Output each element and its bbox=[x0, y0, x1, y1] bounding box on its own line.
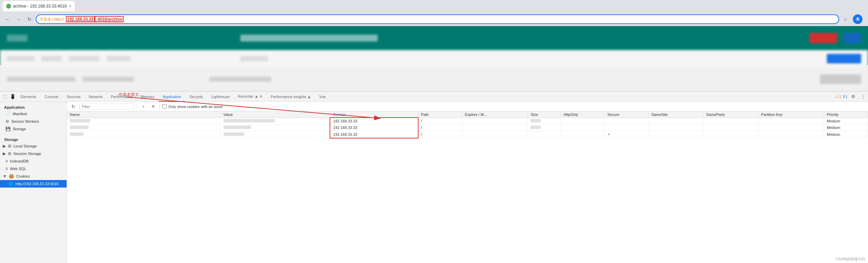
browser-tab[interactable]: archive - 192.168.33.33:4016 × bbox=[3, 1, 75, 11]
profile-btn[interactable]: 木 bbox=[853, 14, 863, 24]
settings-btn[interactable]: ⚙ bbox=[849, 93, 857, 100]
th-value[interactable]: Value bbox=[220, 111, 330, 118]
tab-recorder[interactable]: Recorder ▲ × bbox=[234, 92, 266, 102]
address-bar[interactable]: 不安全 | http:// 192.168.33.33:4016/archive bbox=[36, 14, 839, 24]
sidebar-item-cookies-url[interactable]: 🌐 http://192.168.33.33:4016 bbox=[0, 180, 67, 188]
td-secure-0 bbox=[605, 118, 649, 124]
th-expires[interactable]: Expires / M... bbox=[462, 111, 528, 118]
th-priority[interactable]: Priority bbox=[824, 111, 868, 118]
td-httponly-1 bbox=[561, 124, 605, 131]
tab-lighthouse[interactable]: Lighthouse bbox=[207, 92, 234, 102]
tab-performance[interactable]: Performance bbox=[107, 92, 137, 102]
bookmark-btn[interactable]: ☆ bbox=[841, 14, 850, 24]
forward-btn[interactable]: → bbox=[14, 14, 23, 24]
table-row[interactable]: 192.168.33.33 / Medi bbox=[67, 118, 868, 124]
blurred-size-0 bbox=[530, 119, 541, 122]
td-value-1 bbox=[220, 124, 330, 131]
back-btn[interactable]: ← bbox=[3, 14, 12, 24]
table-row[interactable]: 192.168.33.33 / Medi bbox=[67, 124, 868, 131]
storage-label: Storage bbox=[13, 127, 26, 131]
website-overlay bbox=[0, 26, 868, 91]
sidebar-item-manifest[interactable]: 📄 Manifest bbox=[0, 110, 67, 118]
td-path-1: / bbox=[418, 124, 462, 131]
th-secure[interactable]: Secure bbox=[605, 111, 649, 118]
tab-network[interactable]: Network bbox=[85, 92, 107, 102]
more-btn[interactable]: ⋮ bbox=[859, 93, 867, 100]
storage-section-label: Storage bbox=[0, 135, 67, 142]
td-secure-1 bbox=[605, 124, 649, 131]
tab-favicon bbox=[6, 4, 11, 9]
manifest-label: Manifest bbox=[13, 112, 27, 116]
tab-security[interactable]: Security bbox=[185, 92, 207, 102]
sidebar-item-service-workers[interactable]: ⚙ Service Workers bbox=[0, 118, 67, 125]
show-issues-checkbox[interactable] bbox=[162, 104, 167, 109]
th-path[interactable]: Path bbox=[418, 111, 462, 118]
blurred-value-1 bbox=[224, 125, 251, 129]
refresh-btn[interactable]: ↻ bbox=[70, 103, 77, 110]
tab-memory[interactable]: Memory bbox=[137, 92, 159, 102]
td-domain-0: 192.168.33.33 bbox=[330, 118, 418, 124]
devtools-body: Application 📄 Manifest ⚙ Service Workers… bbox=[0, 102, 868, 263]
cookies-label: Cookies bbox=[16, 174, 30, 178]
body-block-2 bbox=[82, 77, 134, 82]
sidebar-item-cookies[interactable]: ▼ 🍪 Cookies bbox=[0, 172, 67, 180]
th-name[interactable]: Name bbox=[67, 111, 220, 118]
td-value-0 bbox=[220, 118, 330, 124]
tab-console[interactable]: Console bbox=[41, 92, 62, 102]
local-storage-label: Local Storage bbox=[13, 144, 37, 148]
info-icon: ℹ bbox=[843, 94, 845, 99]
td-expires-0 bbox=[462, 118, 528, 124]
th-size[interactable]: Size bbox=[528, 111, 561, 118]
body-block-4 bbox=[820, 74, 861, 84]
td-name-0 bbox=[67, 118, 220, 124]
filter-icon-btn[interactable]: ⚬ bbox=[140, 103, 147, 110]
sidebar-item-web-sql[interactable]: ≡ Web SQL bbox=[0, 165, 67, 172]
tab-vue[interactable]: Vue bbox=[315, 92, 330, 102]
th-httponly[interactable]: HttpOnly bbox=[561, 111, 605, 118]
sidebar-item-session-storage[interactable]: ▶ ⊞ Session Storage bbox=[0, 150, 67, 157]
main-panel: ↻ ⚬ ✕ Only show cookies with an issue Na… bbox=[67, 102, 868, 263]
recorder-close-btn[interactable]: × bbox=[260, 91, 262, 101]
sidebar-item-storage[interactable]: 💾 Storage bbox=[0, 125, 67, 133]
th-samesite[interactable]: SameSite bbox=[648, 111, 703, 118]
tab-elements[interactable]: Elements bbox=[16, 92, 41, 102]
td-partitionkey-0 bbox=[758, 118, 824, 124]
td-sameparty-2 bbox=[703, 131, 758, 138]
td-samesite-2 bbox=[648, 131, 703, 138]
tab-title: archive - 192.168.33.33:4016 bbox=[13, 4, 67, 9]
devtools-device-btn[interactable]: 📱 bbox=[9, 93, 16, 100]
devtools-tab-bar: ⬚ 📱 Elements Console Sources Network Per… bbox=[0, 92, 868, 102]
service-workers-label: Service Workers bbox=[11, 119, 39, 123]
th-domain[interactable]: Domain bbox=[330, 111, 418, 118]
td-path-2: / bbox=[418, 131, 462, 138]
blurred-size-1 bbox=[530, 125, 541, 129]
th-sameparty[interactable]: SameParty bbox=[703, 111, 758, 118]
clear-btn[interactable]: ✕ bbox=[150, 103, 157, 110]
td-size-0 bbox=[528, 118, 561, 124]
nav-block-2 bbox=[41, 56, 62, 61]
warning-icon: ⚠ bbox=[835, 94, 838, 99]
td-name-2 bbox=[67, 131, 220, 138]
watermark: CSDN@前端小白 bbox=[836, 256, 865, 262]
td-partitionkey-1 bbox=[758, 124, 824, 131]
session-storage-icon: ⊞ bbox=[8, 151, 11, 156]
reload-btn[interactable]: ↻ bbox=[25, 14, 34, 24]
tab-performance-insights[interactable]: Performance insights ▲ bbox=[266, 92, 315, 102]
th-partitionkey[interactable]: Partition Key bbox=[758, 111, 824, 118]
manifest-icon: 📄 bbox=[5, 111, 11, 116]
tab-close-btn[interactable]: × bbox=[69, 3, 71, 9]
filter-input[interactable] bbox=[79, 104, 134, 110]
devtools-inspect-btn[interactable]: ⬚ bbox=[1, 93, 9, 100]
blurred-value-0 bbox=[224, 119, 275, 122]
td-partitionkey-2 bbox=[758, 131, 824, 138]
td-priority-0: Medium bbox=[824, 118, 868, 124]
show-issues-checkbox-label[interactable]: Only show cookies with an issue bbox=[162, 104, 222, 109]
tab-sources[interactable]: Sources bbox=[62, 92, 84, 102]
sidebar-item-local-storage[interactable]: ▶ ⊞ Local Storage bbox=[0, 142, 67, 150]
tab-bar: archive - 192.168.33.33:4016 × bbox=[0, 0, 868, 12]
tab-application[interactable]: Application bbox=[159, 92, 185, 102]
sidebar-item-indexeddb[interactable]: ≡ IndexedDB bbox=[0, 157, 67, 165]
table-row[interactable]: 192.168.33.33 / ✓ Medium bbox=[67, 131, 868, 138]
td-priority-2: Medium bbox=[824, 131, 868, 138]
td-sameparty-1 bbox=[703, 124, 758, 131]
